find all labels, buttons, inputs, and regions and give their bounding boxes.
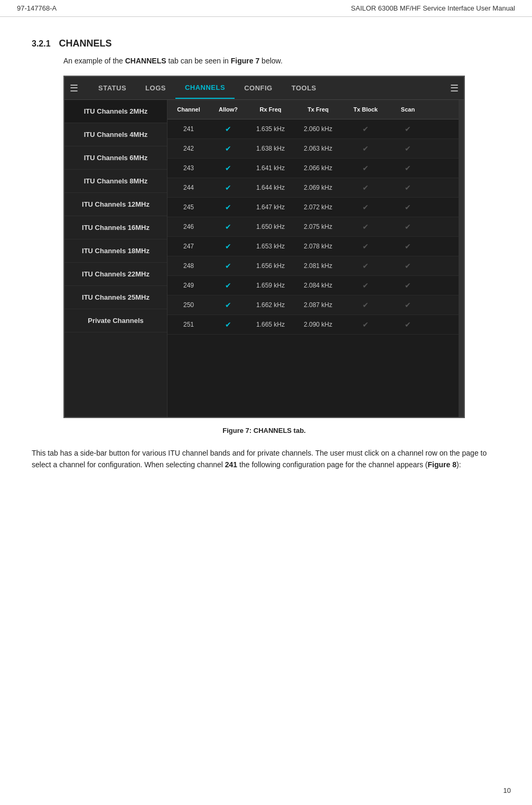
table-row[interactable]: 251 ✔ 1.665 kHz 2.090 kHz ✔ ✔ bbox=[167, 315, 459, 335]
cell-tx-freq: 2.066 kHz bbox=[294, 162, 342, 174]
col-header-allow: Allow? bbox=[210, 104, 247, 115]
col-header-rx-freq: Rx Freq bbox=[247, 104, 294, 115]
col-header-tx-freq: Tx Freq bbox=[294, 104, 342, 115]
cell-channel: 244 bbox=[167, 182, 210, 193]
cell-rx-freq: 1.665 kHz bbox=[247, 319, 294, 330]
tab-config[interactable]: CONFIG bbox=[235, 78, 282, 98]
page-footer: 10 bbox=[503, 787, 511, 794]
cell-allow: ✔ bbox=[210, 123, 247, 135]
cell-scan: ✔ bbox=[389, 162, 426, 174]
sidebar-item-itu-12mhz[interactable]: ITU Channels 12MHz bbox=[64, 193, 167, 216]
cell-tx-block: ✔ bbox=[342, 318, 389, 331]
table-row[interactable]: 246 ✔ 1.650 kHz 2.075 kHz ✔ ✔ bbox=[167, 217, 459, 237]
tab-channels[interactable]: CHANNELS bbox=[175, 77, 235, 99]
body-bold-channel: 241 bbox=[225, 460, 237, 469]
sidebar-item-itu-16mhz[interactable]: ITU Channels 16MHz bbox=[64, 216, 167, 239]
sidebar-item-itu-6mhz[interactable]: ITU Channels 6MHz bbox=[64, 146, 167, 170]
tab-tools[interactable]: TOOLS bbox=[282, 78, 326, 98]
col-header-scan: Scan bbox=[389, 104, 426, 115]
table-area: Channel Allow? Rx Freq Tx Freq Tx Block … bbox=[167, 100, 459, 417]
sidebar-item-itu-25mhz[interactable]: ITU Channels 25MHz bbox=[64, 286, 167, 309]
intro-bold-figure: Figure 7 bbox=[231, 57, 259, 65]
cell-scan: ✔ bbox=[389, 299, 426, 311]
sidebar: ITU Channels 2MHz ITU Channels 4MHz ITU … bbox=[64, 100, 167, 417]
cell-channel: 242 bbox=[167, 143, 210, 154]
cell-rx-freq: 1.635 kHz bbox=[247, 123, 294, 135]
tab-status[interactable]: STATUS bbox=[89, 78, 136, 98]
cell-scan: ✔ bbox=[389, 318, 426, 331]
table-row[interactable]: 244 ✔ 1.644 kHz 2.069 kHz ✔ ✔ bbox=[167, 178, 459, 198]
sidebar-item-itu-22mhz[interactable]: ITU Channels 22MHz bbox=[64, 263, 167, 286]
doc-title: SAILOR 6300B MF/HF Service Interface Use… bbox=[351, 4, 515, 12]
cell-tx-freq: 2.063 kHz bbox=[294, 143, 342, 154]
cell-tx-block: ✔ bbox=[342, 220, 389, 233]
sidebar-item-itu-18mhz[interactable]: ITU Channels 18MHz bbox=[64, 239, 167, 263]
cell-tx-block: ✔ bbox=[342, 299, 389, 311]
intro-paragraph: An example of the CHANNELS tab can be se… bbox=[63, 57, 500, 65]
cell-channel: 250 bbox=[167, 299, 210, 311]
cell-tx-block: ✔ bbox=[342, 181, 389, 194]
cell-scan: ✔ bbox=[389, 123, 426, 135]
table-row[interactable]: 247 ✔ 1.653 kHz 2.078 kHz ✔ ✔ bbox=[167, 237, 459, 256]
nav-tabs: STATUS LOGS CHANNELS CONFIG TOOLS bbox=[89, 77, 450, 99]
cell-rx-freq: 1.656 kHz bbox=[247, 260, 294, 272]
nav-right-icon[interactable]: ☰ bbox=[450, 82, 459, 94]
cell-scan: ✔ bbox=[389, 260, 426, 272]
menu-icon[interactable]: ☰ bbox=[70, 82, 78, 94]
table-row[interactable]: 243 ✔ 1.641 kHz 2.066 kHz ✔ ✔ bbox=[167, 159, 459, 178]
cell-rx-freq: 1.644 kHz bbox=[247, 182, 294, 193]
figure-caption: Figure 7: CHANNELS tab. bbox=[63, 427, 465, 434]
sidebar-item-itu-8mhz[interactable]: ITU Channels 8MHz bbox=[64, 170, 167, 193]
table-row[interactable]: 249 ✔ 1.659 kHz 2.084 kHz ✔ ✔ bbox=[167, 276, 459, 295]
body-text-middle: the following configuration page for the… bbox=[237, 460, 427, 469]
cell-tx-block: ✔ bbox=[342, 123, 389, 135]
cell-channel: 245 bbox=[167, 201, 210, 213]
nav-bar: ☰ STATUS LOGS CHANNELS CONFIG TOOLS ☰ bbox=[64, 77, 464, 100]
table-row[interactable]: 241 ✔ 1.635 kHz 2.060 kHz ✔ ✔ bbox=[167, 119, 459, 139]
cell-allow: ✔ bbox=[210, 240, 247, 253]
cell-channel: 251 bbox=[167, 319, 210, 330]
cell-scan: ✔ bbox=[389, 181, 426, 194]
cell-allow: ✔ bbox=[210, 201, 247, 214]
tab-logs[interactable]: LOGS bbox=[136, 78, 175, 98]
cell-tx-block: ✔ bbox=[342, 240, 389, 253]
sidebar-item-itu-4mhz[interactable]: ITU Channels 4MHz bbox=[64, 123, 167, 146]
ui-main: ITU Channels 2MHz ITU Channels 4MHz ITU … bbox=[64, 100, 464, 417]
table-row[interactable]: 250 ✔ 1.662 kHz 2.087 kHz ✔ ✔ bbox=[167, 295, 459, 315]
body-paragraph: This tab has a side-bar button for vario… bbox=[32, 447, 500, 471]
document-header: 97-147768-A SAILOR 6300B MF/HF Service I… bbox=[0, 0, 532, 17]
cell-allow: ✔ bbox=[210, 279, 247, 292]
cell-tx-freq: 2.081 kHz bbox=[294, 260, 342, 272]
doc-content: 3.2.1 CHANNELS An example of the CHANNEL… bbox=[0, 17, 532, 511]
intro-suffix2: below. bbox=[259, 57, 283, 65]
table-row[interactable]: 248 ✔ 1.656 kHz 2.081 kHz ✔ ✔ bbox=[167, 256, 459, 276]
cell-rx-freq: 1.659 kHz bbox=[247, 280, 294, 291]
page-number: 10 bbox=[503, 787, 511, 794]
col-header-tx-block: Tx Block bbox=[342, 104, 389, 115]
doc-id: 97-147768-A bbox=[17, 4, 57, 12]
cell-allow: ✔ bbox=[210, 142, 247, 155]
cell-rx-freq: 1.647 kHz bbox=[247, 201, 294, 213]
cell-tx-block: ✔ bbox=[342, 142, 389, 155]
cell-scan: ✔ bbox=[389, 279, 426, 292]
cell-channel: 249 bbox=[167, 280, 210, 291]
cell-rx-freq: 1.641 kHz bbox=[247, 162, 294, 174]
table-row[interactable]: 242 ✔ 1.638 kHz 2.063 kHz ✔ ✔ bbox=[167, 139, 459, 159]
cell-allow: ✔ bbox=[210, 181, 247, 194]
cell-tx-freq: 2.087 kHz bbox=[294, 299, 342, 311]
intro-bold-tab: CHANNELS bbox=[125, 57, 166, 65]
col-header-channel: Channel bbox=[167, 104, 210, 115]
sidebar-item-private[interactable]: Private Channels bbox=[64, 309, 167, 332]
scrollbar[interactable] bbox=[459, 100, 464, 417]
cell-rx-freq: 1.653 kHz bbox=[247, 240, 294, 252]
section-heading: 3.2.1 CHANNELS bbox=[32, 38, 500, 49]
sidebar-item-itu-2mhz[interactable]: ITU Channels 2MHz bbox=[64, 100, 167, 123]
cell-tx-block: ✔ bbox=[342, 279, 389, 292]
cell-channel: 247 bbox=[167, 240, 210, 252]
cell-tx-freq: 2.090 kHz bbox=[294, 319, 342, 330]
cell-rx-freq: 1.638 kHz bbox=[247, 143, 294, 154]
cell-allow: ✔ bbox=[210, 162, 247, 174]
table-row[interactable]: 245 ✔ 1.647 kHz 2.072 kHz ✔ ✔ bbox=[167, 198, 459, 217]
cell-tx-block: ✔ bbox=[342, 201, 389, 214]
section-number: 3.2.1 bbox=[32, 39, 51, 49]
